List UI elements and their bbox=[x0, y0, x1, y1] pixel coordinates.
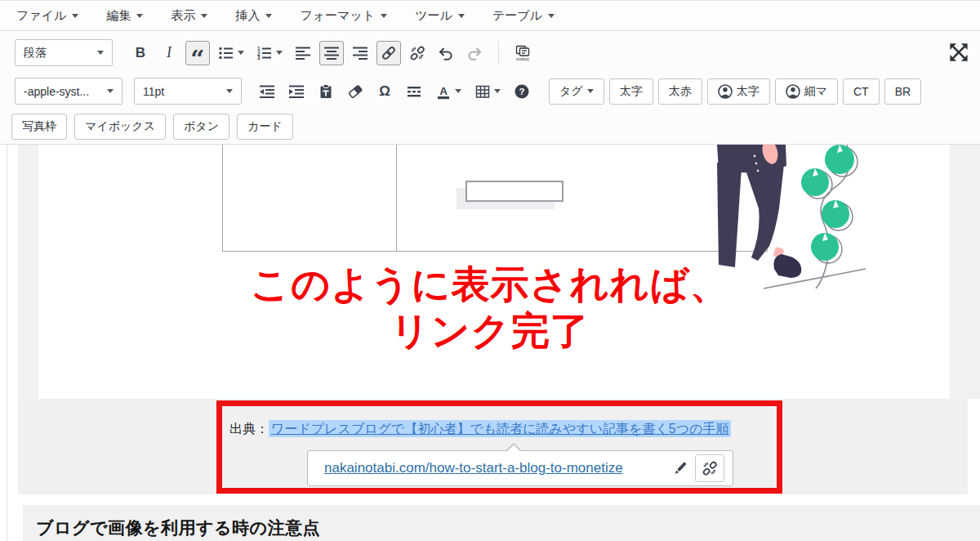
chevron-down-icon bbox=[381, 14, 387, 18]
person-marker-button[interactable]: 細マ bbox=[775, 78, 838, 105]
font-size-value: 11pt bbox=[143, 85, 164, 98]
quicktag-button-button[interactable]: ボタン bbox=[173, 114, 229, 140]
omega-icon: Ω bbox=[379, 83, 390, 100]
menu-tools[interactable]: ツール bbox=[415, 8, 465, 24]
bullet-list-button[interactable] bbox=[214, 41, 248, 65]
bold-red-text-label: 太赤 bbox=[669, 84, 692, 99]
next-section-heading-band: ブログで画像を利用する時の注意点 bbox=[23, 505, 980, 541]
bold-text-button[interactable]: 太字 bbox=[609, 78, 653, 105]
codoc-button[interactable]: codoc bbox=[510, 41, 535, 65]
align-center-button[interactable] bbox=[319, 41, 344, 65]
citation-link[interactable]: ワードプレスブログで【初心者】でも読者に読みやすい記事を書く5つの手順 bbox=[269, 420, 731, 437]
table-button[interactable] bbox=[470, 79, 505, 104]
undo-button[interactable] bbox=[434, 41, 458, 65]
annotation-text: このように表示されれば、 リンク完了 bbox=[204, 261, 776, 355]
edit-link-button[interactable] bbox=[666, 454, 695, 482]
italic-button[interactable]: I bbox=[157, 41, 181, 65]
illustration-input-box bbox=[466, 181, 564, 202]
svg-text:3: 3 bbox=[257, 55, 261, 60]
horizontal-rule-button[interactable] bbox=[402, 79, 426, 104]
remove-link-button[interactable] bbox=[405, 41, 430, 65]
outdent-button[interactable] bbox=[255, 79, 279, 104]
editor-content-area[interactable]: このように表示されれば、 リンク完了 出典：ワードプレスブログで【初心者】でも読… bbox=[0, 145, 980, 541]
blockquote-icon: “ bbox=[190, 43, 204, 63]
menu-edit-label: 編集 bbox=[106, 8, 131, 24]
font-size-select[interactable]: 11pt bbox=[134, 78, 242, 105]
wordpress-classic-editor: ファイル 編集 表示 挿入 フォーマット ツール テーブル 段落 B I “ 1… bbox=[0, 0, 980, 541]
chevron-down-icon bbox=[276, 51, 283, 55]
menu-table[interactable]: テーブル bbox=[492, 8, 555, 24]
chevron-down-icon bbox=[265, 14, 272, 18]
redo-icon bbox=[466, 45, 483, 61]
menu-view[interactable]: 表示 bbox=[171, 8, 207, 24]
chevron-down-icon bbox=[107, 89, 114, 93]
align-right-icon bbox=[352, 45, 368, 61]
bold-red-text-button[interactable]: 太赤 bbox=[658, 78, 702, 105]
paragraph-style-select[interactable]: 段落 bbox=[15, 39, 113, 66]
person-bold-button[interactable]: 太字 bbox=[707, 78, 770, 105]
bold-button[interactable]: B bbox=[128, 41, 153, 65]
ct-label: CT bbox=[853, 85, 869, 98]
quicktag-photo-frame-button[interactable]: 写真枠 bbox=[11, 114, 67, 140]
br-button[interactable]: BR bbox=[884, 78, 921, 105]
menu-format-label: フォーマット bbox=[300, 8, 375, 24]
toolbar-row-1: 段落 B I “ 123 bbox=[0, 32, 980, 74]
font-family-value: -apple-syst... bbox=[24, 85, 89, 98]
clear-formatting-button[interactable] bbox=[343, 79, 368, 104]
quicktag-label: マイボックス bbox=[85, 119, 155, 134]
chevron-down-icon bbox=[458, 14, 465, 18]
quicktag-mybox-button[interactable]: マイボックス bbox=[74, 114, 166, 140]
tooltip-caret bbox=[507, 445, 520, 451]
editor-left-border bbox=[7, 145, 7, 541]
remove-link-button[interactable] bbox=[695, 454, 724, 482]
horizontal-rule-icon bbox=[406, 83, 422, 100]
menu-insert-label: 挿入 bbox=[235, 8, 260, 24]
quicktag-label: カード bbox=[247, 119, 283, 134]
codoc-icon bbox=[514, 45, 531, 56]
undo-icon bbox=[438, 45, 454, 61]
menu-format[interactable]: フォーマット bbox=[300, 8, 387, 24]
toolbar-row-3: 写真枠 マイボックス ボタン カード bbox=[0, 109, 980, 145]
unlink-icon bbox=[409, 45, 425, 61]
ct-button[interactable]: CT bbox=[843, 78, 880, 105]
screenshot-right-margin bbox=[950, 145, 980, 399]
numbered-list-button[interactable]: 123 bbox=[252, 41, 287, 65]
insert-link-button[interactable] bbox=[376, 41, 401, 65]
quicktag-card-button[interactable]: カード bbox=[237, 114, 293, 140]
chevron-down-icon bbox=[238, 51, 244, 55]
menu-file[interactable]: ファイル bbox=[16, 8, 78, 24]
chevron-down-icon bbox=[97, 51, 104, 55]
chevron-down-icon bbox=[201, 14, 207, 18]
paste-as-text-button[interactable] bbox=[314, 79, 338, 104]
link-url[interactable]: nakainotabi.com/how-to-start-a-blog-to-m… bbox=[324, 460, 623, 476]
unlink-icon bbox=[702, 460, 718, 476]
align-right-button[interactable] bbox=[348, 41, 372, 65]
special-character-button[interactable]: Ω bbox=[372, 79, 397, 104]
fullscreen-icon bbox=[948, 42, 969, 63]
help-button[interactable]: ? bbox=[510, 79, 534, 104]
indent-button[interactable] bbox=[284, 79, 309, 104]
font-family-select[interactable]: -apple-syst... bbox=[15, 78, 122, 105]
chevron-down-icon bbox=[72, 14, 78, 18]
paragraph-style-value: 段落 bbox=[24, 46, 47, 60]
text-color-button[interactable]: A bbox=[431, 79, 466, 104]
person-marker-label: 細マ bbox=[804, 84, 827, 99]
chevron-down-icon bbox=[136, 14, 143, 18]
align-left-button[interactable] bbox=[291, 41, 315, 65]
link-icon bbox=[381, 45, 397, 61]
tag-dropdown-button[interactable]: タグ bbox=[549, 78, 604, 105]
svg-text:A: A bbox=[439, 84, 448, 96]
menu-insert[interactable]: 挿入 bbox=[235, 8, 272, 24]
annotation-line-2: リンク完了 bbox=[204, 307, 776, 354]
align-left-icon bbox=[295, 45, 311, 61]
redo-button[interactable] bbox=[462, 41, 487, 65]
chevron-down-icon bbox=[455, 89, 461, 93]
blockquote-button[interactable]: “ bbox=[185, 41, 210, 65]
bullet-list-icon bbox=[218, 45, 234, 61]
menu-edit[interactable]: 編集 bbox=[106, 8, 143, 24]
menu-table-label: テーブル bbox=[492, 8, 542, 24]
quicktag-label: ボタン bbox=[184, 119, 219, 134]
fullscreen-button[interactable] bbox=[948, 42, 969, 63]
text-color-icon: A bbox=[435, 83, 452, 100]
paste-as-text-icon bbox=[318, 83, 334, 100]
